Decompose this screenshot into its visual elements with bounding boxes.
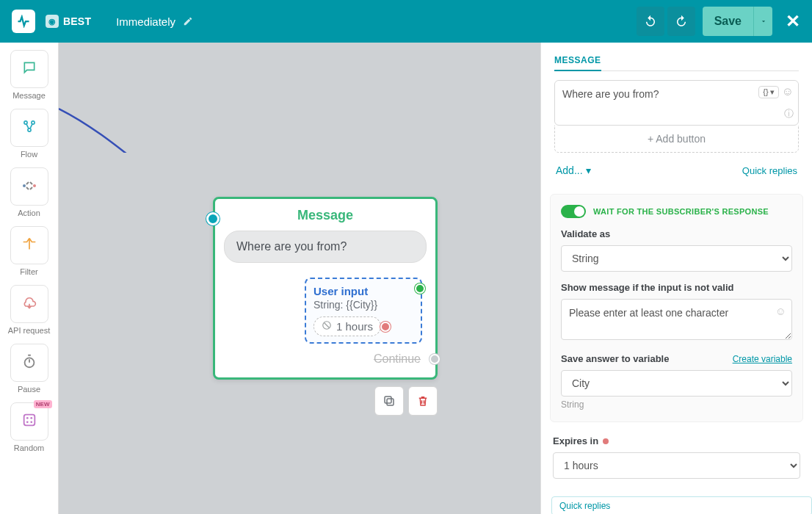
validate-as-select[interactable]: String [561, 245, 792, 272]
expires-value: 1 hours [336, 320, 373, 333]
save-dropdown[interactable] [753, 7, 772, 36]
user-input-block[interactable]: User input String: {{City}} 1 hours [305, 278, 422, 344]
save-group: Save [703, 7, 772, 36]
bot-name: BEST [63, 15, 91, 27]
tool-action-label: Action [6, 209, 52, 217]
trash-icon [416, 394, 429, 408]
flow-icon [21, 119, 38, 137]
message-editor: {} ▾ ☺ ⓘ [554, 80, 799, 126]
svg-rect-12 [387, 399, 394, 405]
message-icon [21, 60, 38, 79]
expires-label: Expires in [553, 435, 800, 446]
chevron-down-icon: ▾ [586, 164, 591, 176]
chevron-down-icon [760, 18, 767, 25]
top-bar: ◉ BEST Immediately Save ✕ [0, 0, 812, 43]
cloud-icon [21, 295, 38, 314]
insert-variable-button[interactable]: {} ▾ [758, 86, 778, 98]
chevron-down-icon: ▾ [770, 87, 775, 97]
expires-port[interactable] [380, 322, 391, 332]
expires-pill[interactable]: 1 hours [313, 316, 381, 336]
emoji-button[interactable]: ☺ [775, 305, 786, 317]
dice-icon [21, 412, 37, 432]
validate-as-label: Validate as [561, 228, 792, 239]
variable-type-hint: String [561, 399, 792, 410]
flow-name[interactable]: Immediately [116, 15, 193, 28]
tool-flow-label: Flow [6, 150, 52, 159]
new-badge: NEW [34, 400, 52, 408]
expires-select[interactable]: 1 hours [553, 452, 800, 479]
undo-button[interactable] [637, 7, 664, 36]
close-button[interactable]: ✕ [786, 11, 800, 32]
tool-random[interactable]: NEW [10, 402, 48, 441]
emoji-button[interactable]: ☺ [782, 85, 794, 98]
save-button[interactable]: Save [703, 7, 753, 36]
continue-row: Continue [224, 352, 427, 366]
tool-message-label: Message [6, 91, 52, 100]
save-var-label: Save answer to variable [561, 353, 669, 364]
message-node[interactable]: Message Where are you from? User input S… [213, 197, 438, 380]
tool-pause[interactable] [10, 344, 48, 382]
pulse-icon [17, 15, 30, 28]
flow-name-text: Immediately [116, 15, 175, 28]
create-variable-link[interactable]: Create variable [733, 354, 792, 364]
tool-flow[interactable] [10, 109, 48, 147]
svg-point-8 [30, 416, 32, 419]
redo-button[interactable] [667, 7, 695, 36]
expires-section: Expires in 1 hours [547, 431, 806, 489]
node-message-bubble[interactable]: Where are you from? [224, 231, 427, 263]
add-element-text: Add... [556, 164, 583, 176]
user-input-port[interactable] [415, 283, 425, 294]
ban-icon [322, 320, 332, 333]
tool-pause-label: Pause [6, 385, 52, 394]
tool-api-request[interactable] [10, 285, 48, 323]
svg-point-7 [26, 416, 28, 419]
add-element-link[interactable]: Add... ▾ [556, 164, 591, 176]
invalid-msg-textarea[interactable] [561, 299, 792, 340]
add-button[interactable]: + Add button [554, 126, 799, 153]
redo-icon [675, 15, 688, 28]
continue-port[interactable] [429, 354, 440, 364]
tool-filter-label: Filter [6, 267, 52, 276]
copy-icon [383, 394, 396, 408]
action-icon [21, 178, 38, 195]
app-logo[interactable] [12, 10, 35, 33]
tool-random-label: Random [6, 444, 52, 452]
required-dot-icon [603, 438, 609, 444]
variable-select[interactable]: City [561, 370, 792, 397]
edit-icon[interactable] [183, 16, 193, 26]
duplicate-button[interactable] [374, 386, 404, 416]
panel-tab-message[interactable]: MESSAGE [554, 55, 601, 71]
tool-api-label: API request [6, 326, 52, 335]
user-input-sub: String: {{City}} [313, 299, 413, 311]
canvas[interactable]: Message Where are you from? User input S… [59, 43, 540, 514]
node-actions [374, 386, 438, 416]
properties-panel: MESSAGE {} ▾ ☺ ⓘ + Add button Add... ▾ Q… [540, 43, 812, 514]
svg-point-4 [33, 184, 36, 187]
expires-label-text: Expires in [553, 435, 598, 446]
node-title: Message [215, 199, 435, 231]
continue-label: Continue [374, 352, 421, 365]
tool-filter[interactable] [10, 226, 48, 264]
user-input-title: User input [313, 285, 413, 297]
svg-point-9 [26, 421, 28, 423]
wait-toggle-label: WAIT FOR THE SUBSCRIBER'S RESPONSE [593, 207, 769, 216]
info-icon[interactable]: ⓘ [784, 107, 794, 120]
quick-replies-chip[interactable]: Quick replies [551, 496, 812, 514]
tool-message[interactable] [10, 50, 48, 88]
quick-replies-link[interactable]: Quick replies [742, 165, 797, 176]
bot-chip[interactable]: ◉ BEST [46, 15, 91, 28]
messenger-icon: ◉ [46, 15, 59, 28]
undo-icon [644, 15, 657, 28]
invalid-msg-label: Show message if the input is not valid [561, 282, 792, 293]
filter-icon [21, 236, 38, 255]
stopwatch-icon [21, 353, 37, 373]
delete-button[interactable] [408, 386, 438, 416]
svg-rect-13 [385, 397, 391, 403]
wait-toggle[interactable] [561, 205, 586, 218]
svg-point-3 [23, 184, 26, 187]
tool-sidebar: Message Flow Action Filter API request P… [0, 43, 59, 514]
wait-response-card: WAIT FOR THE SUBSCRIBER'S RESPONSE Valid… [550, 194, 803, 422]
tool-action[interactable] [10, 167, 48, 206]
svg-rect-6 [23, 414, 35, 425]
svg-point-10 [30, 421, 32, 423]
